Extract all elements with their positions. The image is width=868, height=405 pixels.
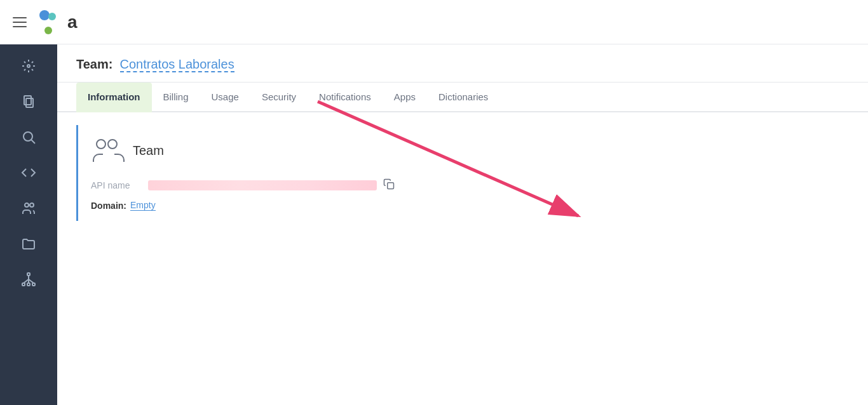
tab-notifications[interactable]: Notifications bbox=[308, 83, 383, 112]
domain-label: Domain: bbox=[91, 201, 126, 211]
svg-line-4 bbox=[32, 140, 36, 144]
page-header: Team: Contratos Laborales bbox=[57, 44, 868, 83]
sidebar-item-team[interactable] bbox=[0, 193, 57, 226]
documents-icon bbox=[21, 94, 36, 112]
logo-dot-green bbox=[44, 27, 52, 34]
content-area: Team: Contratos Laborales Information Bi… bbox=[57, 44, 868, 234]
sidebar-item-dashboard[interactable] bbox=[0, 51, 57, 84]
svg-point-17 bbox=[97, 140, 105, 149]
tab-information[interactable]: Information bbox=[76, 83, 152, 112]
team-header: Team bbox=[91, 135, 836, 166]
svg-point-18 bbox=[108, 140, 117, 149]
sidebar-item-search[interactable] bbox=[0, 122, 57, 155]
sidebar-item-code[interactable] bbox=[0, 157, 57, 190]
main-layout: Team: Contratos Laborales Information Bi… bbox=[0, 44, 868, 405]
logo-letter: a bbox=[67, 12, 78, 32]
team-icon bbox=[21, 201, 36, 218]
logo: a bbox=[39, 10, 78, 34]
domain-row: Domain: Empty bbox=[91, 200, 836, 211]
copy-icon[interactable] bbox=[383, 178, 395, 192]
title-prefix: Team: bbox=[76, 57, 112, 71]
sidebar bbox=[0, 44, 57, 405]
domain-value[interactable]: Empty bbox=[130, 200, 156, 211]
code-icon bbox=[21, 165, 36, 183]
tab-usage[interactable]: Usage bbox=[200, 83, 250, 112]
tab-dictionaries[interactable]: Dictionaries bbox=[427, 83, 499, 112]
svg-point-5 bbox=[25, 203, 29, 207]
svg-point-0 bbox=[27, 65, 30, 67]
tab-security[interactable]: Security bbox=[250, 83, 308, 112]
svg-rect-19 bbox=[388, 183, 394, 189]
search-icon bbox=[21, 129, 36, 147]
svg-rect-7 bbox=[27, 273, 30, 276]
sidebar-item-folder[interactable] bbox=[0, 229, 57, 262]
tabs-bar: Information Billing Usage Security Notif… bbox=[57, 83, 868, 112]
page-title: Team: Contratos Laborales bbox=[76, 57, 849, 72]
svg-point-6 bbox=[30, 203, 34, 207]
logo-dot-teal bbox=[48, 13, 56, 20]
sidebar-item-network[interactable] bbox=[0, 264, 57, 297]
dashboard-icon bbox=[21, 58, 36, 76]
content-wrapper: Team: Contratos Laborales Information Bi… bbox=[57, 44, 868, 405]
network-icon bbox=[21, 272, 36, 289]
team-group-icon bbox=[91, 135, 126, 166]
sidebar-item-documents[interactable] bbox=[0, 86, 57, 119]
svg-rect-2 bbox=[26, 98, 33, 107]
svg-rect-9 bbox=[27, 283, 30, 286]
info-card: Team API name bbox=[76, 125, 849, 221]
team-section-label: Team bbox=[133, 143, 164, 158]
team-name-link[interactable]: Contratos Laborales bbox=[120, 57, 234, 72]
api-name-label: API name bbox=[91, 180, 142, 190]
logo-dots bbox=[39, 10, 64, 34]
api-name-value bbox=[148, 180, 377, 190]
svg-rect-1 bbox=[24, 96, 31, 105]
svg-rect-8 bbox=[22, 283, 25, 286]
api-name-row: API name bbox=[91, 178, 836, 192]
svg-point-3 bbox=[24, 132, 32, 141]
svg-rect-10 bbox=[32, 283, 35, 286]
tab-apps[interactable]: Apps bbox=[383, 83, 427, 112]
tab-billing[interactable]: Billing bbox=[152, 83, 200, 112]
top-bar: a bbox=[0, 0, 868, 44]
folder-icon bbox=[21, 236, 36, 254]
content-section: Team API name bbox=[57, 112, 868, 234]
menu-button[interactable] bbox=[13, 17, 27, 27]
